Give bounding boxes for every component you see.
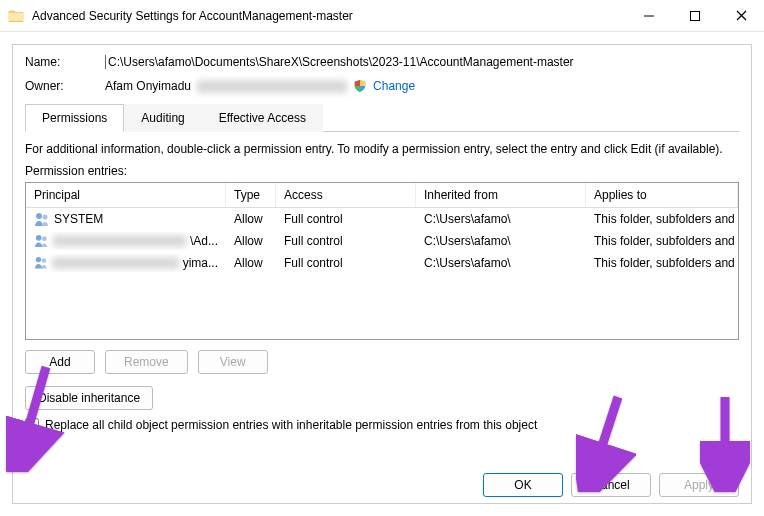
table-row[interactable]: SYSTEMAllowFull controlC:\Users\afamo\Th… — [26, 208, 738, 230]
applies-cell: This folder, subfolders and files — [586, 254, 738, 272]
name-label: Name: — [25, 55, 105, 69]
svg-point-5 — [43, 215, 48, 220]
table-row[interactable]: \Ad...AllowFull controlC:\Users\afamo\Th… — [26, 230, 738, 252]
col-type[interactable]: Type — [226, 183, 276, 207]
owner-label: Owner: — [25, 79, 105, 93]
tab-effective-access[interactable]: Effective Access — [202, 104, 323, 132]
principal-text: SYSTEM — [54, 212, 103, 226]
principal-text: yima... — [183, 256, 218, 270]
col-inherited[interactable]: Inherited from — [416, 183, 586, 207]
svg-point-6 — [36, 235, 42, 241]
svg-point-9 — [42, 258, 47, 263]
dialog-body: Name: C:\Users\afamo\Documents\ShareX\Sc… — [12, 44, 752, 504]
add-button[interactable]: Add — [25, 350, 95, 374]
footer-buttons: OK Cancel Apply — [483, 473, 739, 497]
close-button[interactable] — [718, 0, 764, 31]
access-cell: Full control — [276, 232, 416, 250]
replace-children-row: Replace all child object permission entr… — [25, 418, 739, 432]
window-controls — [626, 0, 764, 31]
permission-grid: Principal Type Access Inherited from App… — [25, 182, 739, 340]
name-value: C:\Users\afamo\Documents\ShareX\Screensh… — [105, 55, 739, 69]
name-row: Name: C:\Users\afamo\Documents\ShareX\Sc… — [25, 55, 739, 69]
table-row[interactable]: yima...AllowFull controlC:\Users\afamo\T… — [26, 252, 738, 274]
type-cell: Allow — [226, 254, 276, 272]
info-text: For additional information, double-click… — [25, 142, 739, 156]
users-icon — [34, 234, 49, 248]
svg-rect-1 — [691, 11, 700, 20]
users-icon — [34, 212, 50, 226]
tab-auditing[interactable]: Auditing — [124, 104, 201, 132]
maximize-button[interactable] — [672, 0, 718, 31]
applies-cell: This folder, subfolders and files — [586, 232, 738, 250]
owner-value: Afam Onyimadu — [105, 79, 191, 93]
owner-row: Owner: Afam Onyimadu Change — [25, 79, 739, 93]
title-bar: Advanced Security Settings for AccountMa… — [0, 0, 764, 32]
col-access[interactable]: Access — [276, 183, 416, 207]
inherited-cell: C:\Users\afamo\ — [416, 232, 586, 250]
shield-icon — [353, 79, 367, 93]
svg-point-8 — [36, 257, 41, 262]
access-cell: Full control — [276, 210, 416, 228]
svg-point-4 — [36, 213, 42, 219]
disable-inheritance-button[interactable]: Disable inheritance — [25, 386, 153, 410]
principal-text: \Ad... — [190, 234, 218, 248]
applies-cell: This folder, subfolders and files — [586, 210, 738, 228]
replace-children-checkbox[interactable] — [25, 418, 39, 432]
remove-button[interactable]: Remove — [105, 350, 188, 374]
entries-label: Permission entries: — [25, 164, 739, 178]
grid-header: Principal Type Access Inherited from App… — [26, 183, 738, 208]
type-cell: Allow — [226, 210, 276, 228]
col-applies[interactable]: Applies to — [586, 183, 738, 207]
folder-icon — [8, 8, 24, 24]
change-owner-link[interactable]: Change — [373, 79, 415, 93]
tab-permissions[interactable]: Permissions — [25, 104, 124, 132]
users-icon — [34, 256, 48, 270]
ok-button[interactable]: OK — [483, 473, 563, 497]
apply-button[interactable]: Apply — [659, 473, 739, 497]
tabs: Permissions Auditing Effective Access — [25, 103, 739, 132]
col-principal[interactable]: Principal — [26, 183, 226, 207]
svg-point-7 — [42, 236, 47, 241]
type-cell: Allow — [226, 232, 276, 250]
owner-account-redacted — [197, 80, 347, 93]
cancel-button[interactable]: Cancel — [571, 473, 651, 497]
view-button[interactable]: View — [198, 350, 268, 374]
replace-children-label: Replace all child object permission entr… — [45, 418, 537, 432]
inherited-cell: C:\Users\afamo\ — [416, 254, 586, 272]
window-title: Advanced Security Settings for AccountMa… — [32, 9, 626, 23]
minimize-button[interactable] — [626, 0, 672, 31]
entry-buttons: Add Remove View — [25, 350, 739, 374]
inherited-cell: C:\Users\afamo\ — [416, 210, 586, 228]
access-cell: Full control — [276, 254, 416, 272]
